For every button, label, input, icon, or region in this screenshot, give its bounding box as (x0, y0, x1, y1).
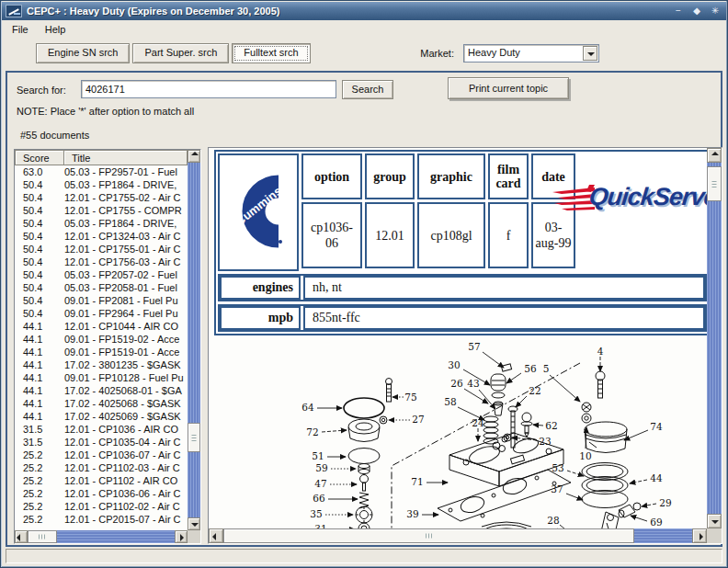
scroll-left-icon[interactable] (209, 528, 223, 543)
cell-title: 17.02 - 4025068-01 - $GA (64, 384, 188, 397)
table-row[interactable]: 44.117.02 - 3801235 - $GASK (15, 358, 188, 371)
search-input[interactable]: 4026171 (81, 80, 336, 98)
scroll-down-icon[interactable] (188, 517, 200, 530)
table-row[interactable]: 50.409.01 - FP2964 - Fuel Pu (15, 307, 188, 320)
results-vertical-scrollbar[interactable] (188, 150, 200, 530)
menu-item-help[interactable]: Help (37, 22, 74, 38)
table-row[interactable]: 25.212.01 - CP1102 - AIR CO (15, 474, 188, 487)
scroll-right-icon[interactable] (692, 528, 707, 543)
cell-score: 44.1 (15, 371, 64, 384)
table-row[interactable]: 44.109.01 - FP1519-01 - Acce (15, 346, 188, 358)
cell-score: 50.4 (15, 178, 64, 191)
diagram-callout: 59 (315, 462, 327, 473)
maximize-icon[interactable]: ◆ (689, 5, 704, 17)
print-current-topic-button[interactable]: Print current topic (448, 77, 569, 99)
table-row[interactable]: 44.117.02 - 4025068 - $GASK (15, 397, 188, 410)
table-row[interactable]: 44.117.02 - 4025068-01 - $GA (15, 384, 188, 397)
diagram-callout: 26 (450, 378, 463, 389)
cell-score: 50.4 (15, 281, 64, 294)
scrollbar-thumb[interactable] (707, 166, 722, 201)
table-row[interactable]: 31.512.01 - CP1036 - AIR CO (15, 423, 188, 436)
cell-title: 17.02 - 4025069 - $GASK (64, 410, 188, 423)
document-horizontal-scrollbar[interactable] (209, 528, 707, 543)
search-button[interactable]: Search (342, 80, 393, 99)
table-row[interactable]: 25.212.01 - CP1102-02 - Air C (15, 500, 188, 513)
diagram-callout: 29 (659, 497, 671, 508)
tab-engine-sn-srch[interactable]: Engine SN srch (36, 43, 130, 63)
scroll-up-icon[interactable] (188, 150, 200, 163)
table-row[interactable]: 44.112.01 - CP1044 - AIR CO (15, 320, 188, 333)
table-row[interactable]: 50.405.03 - FP1864 - DRIVE, (15, 178, 188, 191)
table-row[interactable]: 44.109.01 - FP1519-02 - Acce (15, 333, 188, 346)
diagram-callout: 27 (412, 414, 424, 425)
table-row[interactable]: 50.412.01 - CP1755-01 - Air C (15, 243, 188, 256)
option-table: option group graphic film card date cp10… (301, 153, 578, 271)
table-row[interactable]: 25.212.01 - CP1036-07 - Air C (15, 449, 188, 461)
table-row[interactable]: 50.405.03 - FP2058-01 - Fuel (15, 281, 188, 294)
search-label: Search for: (17, 85, 66, 96)
table-row[interactable]: 31.512.01 - CP1035-04 - Air C (15, 436, 188, 449)
scrollbar-corner (188, 530, 200, 543)
diagram-callout: 74 (650, 421, 663, 432)
scroll-right-icon[interactable] (175, 530, 188, 543)
note-text: NOTE: Place '*' after option to match al… (17, 106, 194, 117)
close-icon[interactable]: ✳ (708, 5, 722, 17)
table-row[interactable]: 50.409.01 - FP2081 - Fuel Pu (15, 294, 188, 307)
cell-title: 09.01 - FP10128 - Fuel Pu (64, 371, 188, 384)
scroll-down-icon[interactable] (707, 514, 722, 528)
title-bar[interactable]: CEPC+ : Heavy Duty (Expires on December … (2, 2, 726, 20)
scroll-up-icon[interactable] (707, 148, 722, 163)
cell-title: 12.01 - CP1036-06 - Air C (64, 487, 188, 500)
diagram-callout: 47 (314, 478, 326, 489)
scroll-left-icon[interactable] (15, 530, 28, 543)
results-panel: Score Title 63.005.03 - FP2957-01 - Fuel… (14, 149, 201, 544)
quickserve-logo: QuickServe (560, 177, 705, 225)
header-film-card: film card (488, 153, 529, 199)
cell-score: 44.1 (15, 333, 64, 346)
cell-score: 25.2 (15, 449, 64, 461)
diagram-callout: 28 (547, 515, 559, 526)
chevron-down-icon[interactable] (583, 46, 597, 61)
table-row[interactable]: 25.212.01 - CP1036-06 - Air C (15, 487, 188, 500)
table-row[interactable]: 50.412.01 - CP1755-02 - Air C (15, 191, 188, 204)
scrollbar-thumb[interactable] (28, 530, 57, 543)
cell-title: 05.03 - FP2058-01 - Fuel (64, 281, 188, 294)
table-row[interactable]: 44.117.02 - 4025069 - $GASK (15, 410, 188, 423)
header-option: option (301, 153, 362, 199)
cell-score: 50.4 (15, 230, 64, 243)
header-group: group (365, 153, 415, 199)
table-row[interactable]: 63.005.03 - FP2957-01 - Fuel (15, 165, 188, 178)
diagram-callout: 71 (411, 476, 423, 487)
diagram-callout: 62 (545, 420, 557, 431)
cell-score: 44.1 (15, 320, 64, 333)
table-row[interactable]: 25.212.01 - CP2015-07 - Air C (15, 513, 188, 526)
cell-title: 12.01 - CP1102-03 - Air C (64, 461, 188, 474)
table-row[interactable]: 50.405.03 - FP2057-02 - Fuel (15, 268, 188, 281)
column-header-title[interactable]: Title (64, 150, 188, 165)
scrollbar-thumb[interactable] (188, 423, 200, 452)
table-row[interactable]: 50.405.03 - FP1864 - DRIVE, (15, 217, 188, 230)
market-select[interactable]: Heavy Duty (463, 44, 599, 62)
tab-fulltext-srch[interactable]: Fulltext srch (232, 43, 310, 63)
table-row[interactable]: 50.412.01 - CP1756-03 - Air C (15, 256, 188, 268)
cell-score: 50.4 (15, 217, 64, 230)
menu-item-file[interactable]: File (4, 22, 37, 38)
minimize-icon[interactable]: − (671, 5, 686, 17)
cell-title: 09.01 - FP2964 - Fuel Pu (64, 307, 188, 320)
diagram-callout: 72 (306, 426, 318, 437)
cell-title: 12.01 - CP1755 - COMPR (64, 204, 188, 217)
tab-part-super-srch[interactable]: Part Super. srch (132, 43, 229, 63)
diagram-callout: 37 (551, 483, 563, 494)
table-row[interactable]: 50.412.01 - CP1755 - COMPR (15, 204, 188, 217)
scrollbar-thumb[interactable] (223, 528, 634, 543)
cell-title: 09.01 - FP1519-01 - Acce (64, 346, 188, 358)
results-horizontal-scrollbar[interactable] (15, 530, 188, 543)
table-row[interactable]: 50.412.01 - CP1324-03 - Air C (15, 230, 188, 243)
diagram-callout: 35 (310, 508, 322, 519)
document-vertical-scrollbar[interactable] (707, 148, 722, 528)
column-header-score[interactable]: Score (15, 150, 64, 165)
table-row[interactable]: 25.212.01 - CP1102-03 - Air C (15, 461, 188, 474)
table-row[interactable]: 44.109.01 - FP10128 - Fuel Pu (15, 371, 188, 384)
main-panel: Search for: 4026171 Search Print current… (6, 71, 722, 547)
cell-title: 12.01 - CP1044 - AIR CO (64, 320, 188, 333)
